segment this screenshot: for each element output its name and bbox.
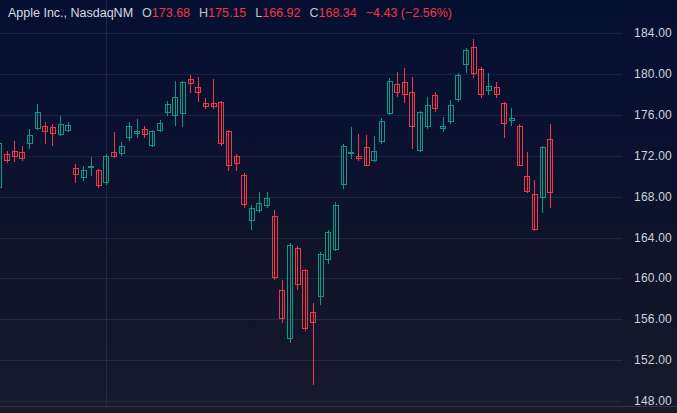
gridline-horizontal xyxy=(0,33,622,34)
symbol-title[interactable]: Apple Inc., NasdaqNM xyxy=(8,6,133,21)
candle-body xyxy=(318,254,324,297)
candle-body xyxy=(249,208,255,221)
gridline-horizontal xyxy=(0,401,622,402)
candle-body xyxy=(73,168,79,175)
candle-body xyxy=(387,81,393,114)
candle-body xyxy=(103,156,109,184)
open-label: O xyxy=(142,6,152,20)
price-axis-label: 148.00 xyxy=(634,395,672,407)
candle-body xyxy=(287,245,293,339)
gridline-horizontal xyxy=(0,197,622,198)
open-value: 173.68 xyxy=(152,6,190,20)
high-value: 175.15 xyxy=(208,6,246,20)
trading-chart-window: 184.00180.00176.00172.00168.00164.00160.… xyxy=(0,0,677,413)
candle-body xyxy=(432,95,438,109)
candle-body xyxy=(302,270,308,329)
price-axis-label: 172.00 xyxy=(634,150,672,162)
gridline-horizontal xyxy=(0,156,622,157)
candle-body xyxy=(58,124,64,135)
gridline-vertical xyxy=(106,0,107,406)
candle-body xyxy=(425,105,431,127)
candle-body xyxy=(0,143,2,187)
candle-body xyxy=(417,112,423,151)
ohlc-open: O173.68 xyxy=(142,6,190,21)
candle-body xyxy=(532,194,538,230)
candle-body xyxy=(96,170,102,186)
candle-body xyxy=(81,170,87,178)
candle-body xyxy=(402,82,408,94)
candlestick-chart[interactable]: 184.00180.00176.00172.00168.00164.00160.… xyxy=(0,0,677,413)
candle-body xyxy=(226,131,232,165)
candle-body xyxy=(279,290,285,320)
price-axis[interactable]: 184.00180.00176.00172.00168.00164.00160.… xyxy=(626,0,672,413)
candle-body xyxy=(165,104,171,113)
candle-body xyxy=(234,156,240,164)
candle-body xyxy=(157,123,163,131)
candle-body xyxy=(310,312,316,324)
candle-wick xyxy=(443,117,444,132)
candle-body xyxy=(455,75,461,100)
candle-body xyxy=(4,154,10,162)
price-axis-label: 160.00 xyxy=(634,272,672,284)
candle-body xyxy=(394,84,400,92)
symbol-legend: Apple Inc., NasdaqNM O173.68 H175.15 L16… xyxy=(8,6,452,21)
price-axis-label: 176.00 xyxy=(634,109,672,121)
price-axis-label: 184.00 xyxy=(634,27,672,39)
candle-body xyxy=(333,205,339,250)
candle-body xyxy=(494,87,500,94)
candle-body xyxy=(371,151,377,161)
candle-body xyxy=(463,50,469,65)
candle-body xyxy=(180,82,186,114)
candle-body xyxy=(241,175,247,205)
price-axis-label: 180.00 xyxy=(634,68,672,80)
candle-body xyxy=(195,87,201,92)
candle-body xyxy=(35,112,41,129)
candle-body xyxy=(50,127,56,134)
candle-body xyxy=(341,146,347,186)
candle-body xyxy=(547,139,553,194)
candle-body xyxy=(218,102,224,144)
ohlc-high: H175.15 xyxy=(199,6,246,21)
ohlc-low: L166.92 xyxy=(255,6,300,21)
candle-body xyxy=(325,232,331,260)
candle-body xyxy=(119,146,125,154)
candle-body xyxy=(471,47,477,75)
candle-body xyxy=(524,176,530,191)
candle-body xyxy=(379,121,385,141)
gridline-horizontal xyxy=(0,278,622,279)
low-value: 166.92 xyxy=(262,6,300,20)
candle-body xyxy=(409,92,415,128)
candle-body xyxy=(501,103,507,124)
candle-body xyxy=(65,125,71,131)
candle-body xyxy=(509,118,515,121)
candle-body xyxy=(478,69,484,95)
close-value: 168.34 xyxy=(319,6,357,20)
candle-body xyxy=(149,131,155,145)
price-axis-label: 152.00 xyxy=(634,354,672,366)
candle-body xyxy=(188,79,194,84)
candle-body xyxy=(540,147,546,198)
candle-body xyxy=(348,152,354,155)
candle-body xyxy=(295,248,301,285)
gridline-horizontal xyxy=(0,115,622,116)
candle-body xyxy=(356,156,362,159)
candle-body xyxy=(448,105,454,122)
candle-body xyxy=(440,126,446,129)
candle-body xyxy=(134,131,140,134)
price-axis-label: 164.00 xyxy=(634,232,672,244)
candle-body xyxy=(211,103,217,108)
candle-wick xyxy=(137,119,138,138)
change-value: −4.43 (−2.56%) xyxy=(366,6,452,21)
price-axis-label: 168.00 xyxy=(634,191,672,203)
candle-body xyxy=(486,86,492,91)
candle-body xyxy=(42,126,48,132)
candle-body xyxy=(19,152,25,159)
candle-body xyxy=(264,198,270,206)
candle-body xyxy=(256,203,262,211)
candle-body xyxy=(517,126,523,165)
candle-body xyxy=(272,216,278,278)
time-axis-separator xyxy=(0,406,677,407)
close-label: C xyxy=(309,6,318,20)
candle-body xyxy=(27,135,33,143)
candle-body xyxy=(172,97,178,116)
